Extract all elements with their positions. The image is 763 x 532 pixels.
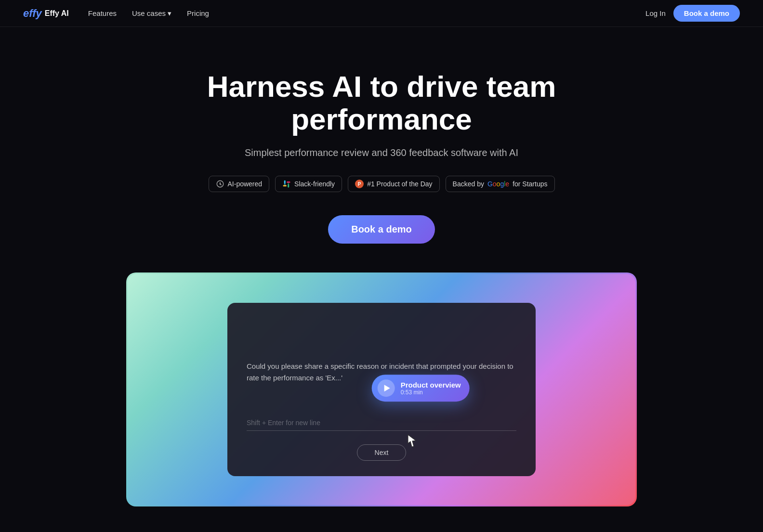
nav-use-cases[interactable]: Use cases ▾ <box>132 9 171 18</box>
google-text: Google <box>487 180 509 188</box>
badge-product-of-day: P #1 Product of the Day <box>348 176 439 192</box>
producthunt-icon: P <box>355 180 364 188</box>
ai-powered-icon <box>216 180 224 188</box>
logo-effy-text: effy <box>23 7 42 20</box>
backed-by-prefix: Backed by <box>453 180 484 188</box>
badge-slack-label: Slack-friendly <box>294 180 335 188</box>
badges-row: AI-powered Slack-friendly P #1 Product o… <box>10 176 753 192</box>
badge-ai-label: AI-powered <box>228 180 263 188</box>
nav-pricing[interactable]: Pricing <box>187 9 209 17</box>
chevron-down-icon: ▾ <box>168 9 171 18</box>
badge-slack-friendly: Slack-friendly <box>275 176 342 192</box>
logo[interactable]: effy Effy AI <box>23 7 69 20</box>
slack-icon <box>282 180 291 188</box>
logo-name-text: Effy AI <box>45 9 69 18</box>
book-demo-button-hero[interactable]: Book a demo <box>328 215 435 244</box>
play-circle <box>378 380 395 397</box>
svg-rect-7 <box>288 182 289 184</box>
nav-links: Features Use cases ▾ Pricing <box>88 9 209 18</box>
nav-right: Log In Book a demo <box>645 5 740 22</box>
svg-rect-6 <box>284 184 286 185</box>
svg-rect-3 <box>288 184 289 188</box>
video-inner: Could you please share a specific reason… <box>128 274 635 505</box>
overlay-duration: 0:53 min <box>401 389 461 396</box>
login-button[interactable]: Log In <box>645 9 666 17</box>
hero-subtitle: Simplest performance review and 360 feed… <box>10 147 753 158</box>
navbar: effy Effy AI Features Use cases ▾ Pricin… <box>0 0 763 27</box>
hero-title: Harness AI to drive team performance <box>165 70 598 136</box>
play-icon <box>384 385 390 392</box>
next-button[interactable]: Next <box>357 444 407 461</box>
backed-by-suffix: for Startups <box>513 180 547 188</box>
badge-backed-by: Backed by Google for Startups <box>446 176 555 192</box>
overlay-text: Product overview 0:53 min <box>401 381 461 396</box>
product-overview-overlay[interactable]: Product overview 0:53 min <box>372 375 470 402</box>
overlay-title: Product overview <box>401 381 461 389</box>
review-card: Could you please share a specific reason… <box>227 303 536 476</box>
svg-point-1 <box>219 183 221 185</box>
video-wrapper: Could you please share a specific reason… <box>126 272 637 506</box>
book-demo-button-nav[interactable]: Book a demo <box>673 5 740 22</box>
badge-product-label: #1 Product of the Day <box>367 180 432 188</box>
nav-features[interactable]: Features <box>88 9 117 17</box>
review-input-line[interactable]: Shift + Enter for new line <box>247 419 516 431</box>
video-section: Could you please share a specific reason… <box>117 272 646 532</box>
review-next-container: Next <box>247 444 516 461</box>
nav-left: effy Effy AI Features Use cases ▾ Pricin… <box>23 7 209 20</box>
svg-rect-2 <box>284 181 286 184</box>
badge-ai-powered: AI-powered <box>209 176 270 192</box>
hero-section: Harness AI to drive team performance Sim… <box>0 27 763 272</box>
